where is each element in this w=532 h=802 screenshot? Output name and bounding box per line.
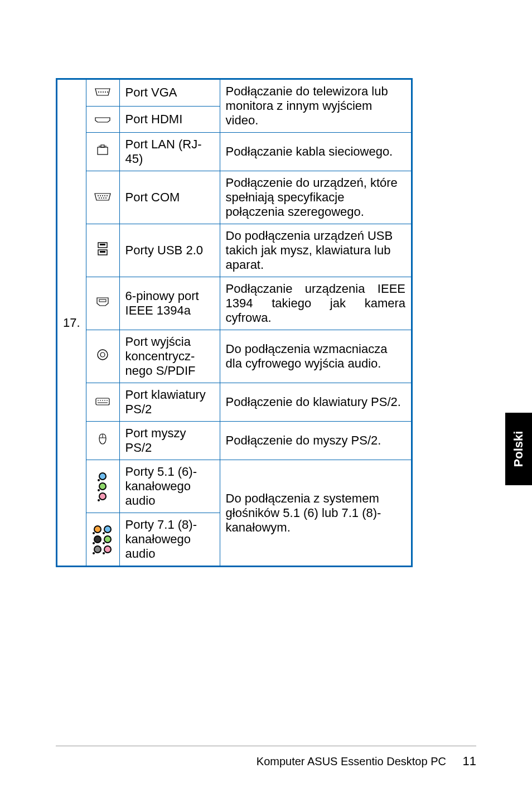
port-name: Port myszy PS/2 [119,422,220,460]
com-icon [86,171,119,224]
usb-icon [86,224,119,277]
table-row: 6-pinowy port IEEE 1394a Podłączanie urz… [57,277,412,330]
ieee1394-icon [86,277,119,330]
svg-point-3 [105,91,106,93]
svg-rect-18 [100,244,105,245]
hdmi-icon [86,106,119,132]
audio-51-icon [86,460,119,513]
svg-point-10 [104,195,105,196]
ps2-mouse-icon [86,422,119,460]
svg-point-14 [103,197,104,199]
svg-point-9 [102,195,103,196]
port-desc: Do podłączenia urządzeń USB takich jak m… [220,224,412,277]
table-row: Porty USB 2.0 Do podłączenia urządzeń US… [57,224,412,277]
svg-point-7 [98,195,99,196]
port-desc: Podłączenie do klawiatury PS/2. [220,383,412,422]
svg-point-11 [107,195,108,196]
port-name: Port VGA [119,79,220,107]
port-name: Porty 7.1 (8)-kanałowego audio [119,513,220,567]
svg-point-15 [105,197,107,199]
table-row: Port wyjścia koncentrycz­nego S/PDIF Do … [57,330,412,383]
table-row: Port myszy PS/2 Podłączenie do myszy PS/… [57,422,412,460]
table-row: Port klawia­tury PS/2 Podłączenie do kla… [57,383,412,422]
port-desc: Podłączanie do telewizora lub monitora z… [220,79,412,133]
svg-rect-20 [99,299,106,302]
language-label: Polski [511,431,526,467]
port-name: Port klawia­tury PS/2 [119,383,220,422]
svg-point-0 [98,91,99,93]
svg-rect-5 [98,147,108,154]
svg-point-22 [100,352,105,357]
ps2-keyboard-icon [86,383,119,422]
port-desc: Do podłączenia wzmacniacza dla cyfrowego… [220,330,412,383]
table-row: Port COM Podłączenie do urządzeń, które … [57,171,412,224]
port-desc: Do podłączenia z systemem głośników 5.1 … [220,460,412,567]
port-name: Porty 5.1 (6)-kanałowego audio [119,460,220,513]
table-row: 17. Port VGA Podłączanie do telewizora l… [57,79,412,107]
svg-point-12 [99,197,100,199]
svg-rect-6 [101,145,104,147]
audio-71-icon [86,513,119,567]
port-desc: Podłączenie do myszy PS/2. [220,422,412,460]
ports-table: 17. Port VGA Podłączanie do telewizora l… [56,78,413,567]
footer-title: Komputer ASUS Essentio Desktop PC [257,755,446,768]
svg-rect-19 [100,251,105,253]
svg-point-8 [100,195,101,196]
footer: Komputer ASUS Essentio Desktop PC 11 [257,754,476,769]
table-row: Port LAN (RJ-45) Podłączanie kabla sieci… [57,133,412,171]
svg-point-21 [98,350,108,360]
port-name: Porty USB 2.0 [119,224,220,277]
svg-point-4 [107,91,108,93]
port-name: Port wyjścia koncentrycz­nego S/PDIF [119,330,220,383]
port-name: 6-pinowy port IEEE 1394a [119,277,220,330]
footer-rule [56,746,476,746]
svg-rect-23 [96,398,109,405]
port-name: Port LAN (RJ-45) [119,133,220,171]
port-name: Port HDMI [119,106,220,132]
port-desc: Podłączenie do urządzeń, które spełniają… [220,171,412,224]
svg-point-2 [103,91,104,93]
vga-icon [86,79,119,107]
page-number: 11 [463,754,476,768]
spdif-icon [86,330,119,383]
port-name: Port COM [119,171,220,224]
svg-point-13 [101,197,102,199]
table-row: Porty 5.1 (6)-kanałowego audio Do podłąc… [57,460,412,513]
lan-icon [86,133,119,171]
port-desc: Podłączanie kabla sieciowego. [220,133,412,171]
port-desc: Podłączanie urządzenia IEEE 1394 takiego… [220,277,412,330]
svg-point-1 [100,91,101,93]
row-number: 17. [57,79,86,567]
language-tab: Polski [505,413,532,485]
